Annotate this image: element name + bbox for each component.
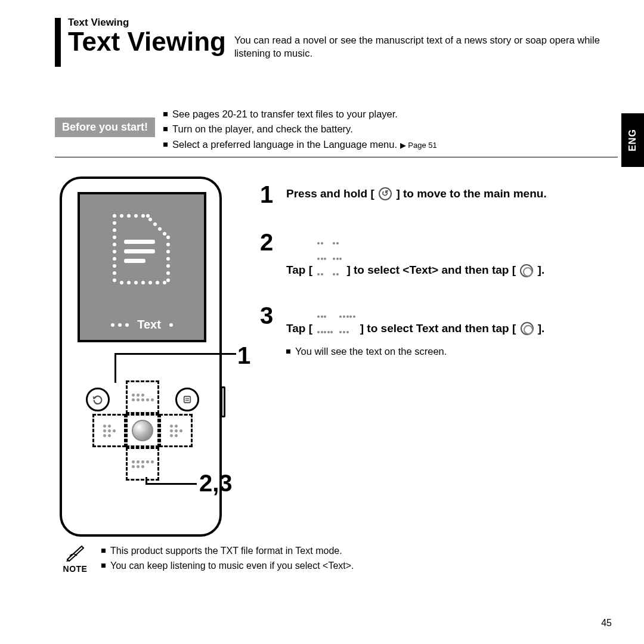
language-tab: ENG bbox=[621, 113, 644, 167]
down-arrow-icon bbox=[339, 307, 356, 338]
right-arrow-icon bbox=[332, 234, 342, 280]
page-reference: ▶ Page 51 bbox=[400, 141, 437, 150]
page-subtitle: You can read a novel or see the manuscri… bbox=[234, 33, 618, 60]
device-control-pad bbox=[86, 380, 199, 494]
bullet-icon bbox=[163, 143, 168, 147]
svg-point-13 bbox=[141, 281, 145, 284]
list-item: Turn on the player, and check the batter… bbox=[163, 122, 437, 137]
device-screen: Text bbox=[78, 192, 206, 342]
svg-point-20 bbox=[166, 257, 170, 261]
callout-number-23: 2,3 bbox=[199, 470, 233, 497]
back-button-icon bbox=[86, 388, 110, 411]
svg-point-23 bbox=[166, 236, 170, 239]
step-text: Tap [ ] to select Text and then tap [ ].… bbox=[286, 307, 544, 358]
svg-point-29 bbox=[127, 214, 131, 218]
list-item-text: See pages 20-21 to transfer text files t… bbox=[172, 109, 398, 119]
step-text: Press and hold [ ] to move to the main m… bbox=[286, 186, 547, 202]
svg-point-12 bbox=[134, 281, 138, 284]
step-number: 2 bbox=[260, 230, 278, 254]
svg-point-4 bbox=[113, 243, 116, 246]
bullet-icon bbox=[163, 112, 168, 116]
note-label: NOTE bbox=[57, 564, 93, 574]
center-button-icon bbox=[521, 322, 534, 335]
step-text: Tap [ ] to select <Text> and then tap [ … bbox=[286, 234, 544, 280]
before-you-start-block: Before you start! See pages 20-21 to tra… bbox=[55, 107, 618, 153]
svg-point-3 bbox=[113, 236, 116, 239]
note-list: This product supports the TXT file forma… bbox=[101, 544, 354, 574]
svg-rect-35 bbox=[124, 259, 145, 263]
svg-point-32 bbox=[146, 214, 150, 218]
before-you-start-list: See pages 20-21 to transfer text files t… bbox=[163, 107, 437, 153]
svg-point-14 bbox=[148, 281, 152, 284]
device-outline: Text bbox=[60, 177, 222, 537]
bullet-icon bbox=[101, 564, 106, 568]
svg-point-11 bbox=[127, 281, 131, 284]
step-number: 1 bbox=[260, 182, 278, 206]
svg-point-27 bbox=[148, 218, 152, 221]
device-illustration: Text 1 2,3 bbox=[55, 177, 240, 537]
svg-point-21 bbox=[166, 250, 170, 253]
svg-point-28 bbox=[120, 214, 123, 218]
svg-point-22 bbox=[166, 243, 170, 246]
bullet-icon bbox=[101, 549, 106, 553]
note-block: NOTE This product supports the TXT file … bbox=[57, 544, 618, 574]
screen-label: Text bbox=[80, 318, 204, 332]
bullet-icon bbox=[286, 349, 290, 354]
list-item: You can keep listening to music even if … bbox=[101, 559, 354, 574]
section-rule bbox=[55, 18, 61, 67]
svg-point-19 bbox=[166, 264, 170, 268]
svg-rect-34 bbox=[124, 249, 155, 253]
step-3: 3 Tap [ ] to select Text and then tap [ … bbox=[260, 304, 618, 358]
svg-rect-36 bbox=[184, 397, 191, 403]
svg-point-6 bbox=[113, 257, 116, 261]
dpad-right bbox=[159, 414, 193, 447]
dpad-left bbox=[92, 414, 126, 447]
svg-point-26 bbox=[153, 222, 157, 226]
list-item: This product supports the TXT file forma… bbox=[101, 544, 354, 559]
callout-line bbox=[114, 353, 116, 383]
svg-point-16 bbox=[163, 281, 166, 284]
callout-line bbox=[145, 483, 197, 485]
page-title: Text Viewing bbox=[68, 29, 226, 55]
svg-point-5 bbox=[113, 250, 116, 253]
back-icon bbox=[379, 187, 392, 200]
left-arrow-icon bbox=[317, 234, 327, 280]
svg-point-30 bbox=[134, 214, 138, 218]
svg-point-9 bbox=[113, 278, 116, 282]
dpad-center bbox=[126, 414, 159, 447]
dpad-down bbox=[126, 447, 159, 481]
menu-button-icon bbox=[175, 388, 199, 411]
page-number: 45 bbox=[601, 618, 612, 628]
svg-point-10 bbox=[120, 281, 123, 284]
step-1: 1 Press and hold [ ] to move to the main… bbox=[260, 182, 618, 206]
svg-rect-33 bbox=[124, 240, 155, 244]
svg-point-17 bbox=[166, 278, 170, 282]
center-button-icon bbox=[520, 264, 533, 277]
svg-point-2 bbox=[113, 228, 116, 232]
list-item: See pages 20-21 to transfer text files t… bbox=[163, 107, 437, 122]
svg-point-0 bbox=[113, 214, 116, 218]
screen-label-text: Text bbox=[137, 318, 161, 331]
step-sub: You will see the text on the screen. bbox=[286, 345, 544, 358]
svg-point-8 bbox=[113, 271, 116, 275]
divider bbox=[55, 157, 618, 157]
list-item-text: Turn on the player, and check the batter… bbox=[172, 123, 353, 134]
svg-point-7 bbox=[113, 264, 116, 268]
step-2: 2 Tap [ ] to select <Text> and then tap … bbox=[260, 230, 618, 280]
before-you-start-badge: Before you start! bbox=[55, 117, 155, 137]
list-item-text: You can keep listening to music even if … bbox=[110, 561, 354, 571]
step-number: 3 bbox=[260, 304, 278, 327]
svg-point-25 bbox=[158, 227, 162, 231]
list-item-text: Select a preferred language in the Langu… bbox=[172, 139, 397, 150]
device-side-button bbox=[221, 386, 225, 417]
callout-line bbox=[114, 353, 236, 355]
svg-point-1 bbox=[113, 221, 116, 225]
svg-point-18 bbox=[166, 271, 170, 275]
list-item: Select a preferred language in the Langu… bbox=[163, 137, 437, 153]
note-icon: NOTE bbox=[57, 544, 93, 574]
document-icon bbox=[111, 211, 173, 287]
callout-number-1: 1 bbox=[237, 342, 250, 369]
svg-point-31 bbox=[141, 214, 145, 218]
svg-point-24 bbox=[163, 232, 166, 236]
bullet-icon bbox=[163, 127, 168, 131]
